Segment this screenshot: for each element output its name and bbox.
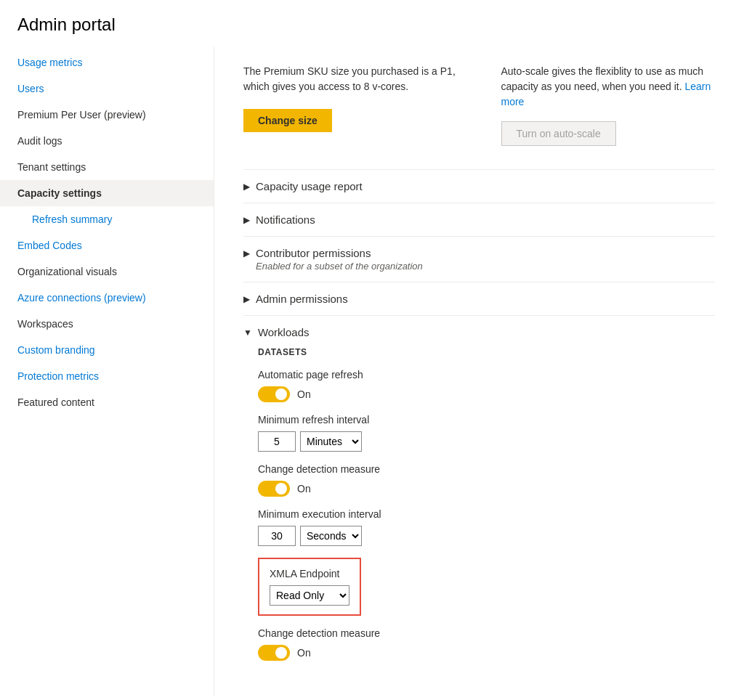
change-detection-measure-label: Change detection measure: [258, 463, 715, 475]
sidebar-item-azure-connections[interactable]: Azure connections (preview): [0, 285, 214, 311]
refresh-interval-unit-select[interactable]: Minutes Seconds Hours: [300, 431, 362, 452]
main-content: The Premium SKU size you purchased is a …: [214, 46, 744, 696]
sidebar: Usage metrics Users Premium Per User (pr…: [0, 46, 214, 696]
accordion-notifications: ▶ Notifications: [243, 203, 715, 236]
accordion-header-admin[interactable]: ▶ Admin permissions: [243, 293, 715, 305]
accordion-title-contributor: Contributor permissions: [256, 247, 423, 259]
toggle2-label: On: [297, 483, 311, 495]
accordion-header-capacity-usage-report[interactable]: ▶ Capacity usage report: [243, 180, 715, 192]
accordion-title-workloads: Workloads: [258, 326, 310, 338]
toggle2[interactable]: [258, 481, 290, 497]
auto-scale-info: Auto-scale gives the flexiblity to use a…: [501, 64, 716, 146]
accordion-title-admin: Admin permissions: [256, 293, 348, 305]
sidebar-item-organizational-visuals[interactable]: Organizational visuals: [0, 259, 214, 285]
execution-interval-input[interactable]: [258, 526, 296, 546]
toggle3-label: On: [297, 647, 311, 659]
sidebar-item-workspaces[interactable]: Workspaces: [0, 311, 214, 337]
accordion-subtitle-contributor: Enabled for a subset of the organization: [256, 261, 423, 272]
chevron-right-icon: ▶: [243, 215, 250, 225]
accordion-title-capacity-usage: Capacity usage report: [256, 180, 363, 192]
execution-interval-unit-select[interactable]: Seconds Minutes Hours: [300, 526, 362, 546]
change-size-button[interactable]: Change size: [243, 109, 332, 132]
auto-scale-text: Auto-scale gives the flexiblity to use a…: [501, 64, 716, 110]
sidebar-item-featured-content[interactable]: Featured content: [0, 389, 214, 415]
xmla-endpoint-select[interactable]: Read Only Off Read Write: [270, 585, 349, 606]
workloads-content: DATASETS Automatic page refresh On Minim…: [243, 347, 715, 661]
toggle1-label: On: [297, 388, 311, 400]
accordion-admin-permissions: ▶ Admin permissions: [243, 282, 715, 315]
accordion-workloads: ▼ Workloads DATASETS Automatic page refr…: [243, 315, 715, 674]
toggle-change-detection[interactable]: On: [258, 481, 715, 497]
change-detection-measure-2-label: Change detection measure: [258, 627, 715, 639]
toggle3[interactable]: [258, 645, 290, 661]
sidebar-item-premium-per-user[interactable]: Premium Per User (preview): [0, 102, 214, 128]
sidebar-item-tenant-settings[interactable]: Tenant settings: [0, 154, 214, 180]
toggle-change-detection-2[interactable]: On: [258, 645, 715, 661]
execution-interval-row: Seconds Minutes Hours: [258, 526, 715, 546]
xmla-endpoint-label: XMLA Endpoint: [270, 568, 349, 579]
datasets-label: DATASETS: [258, 347, 715, 357]
turn-on-auto-scale-button[interactable]: Turn on auto-scale: [501, 121, 616, 146]
refresh-interval-input[interactable]: [258, 431, 296, 452]
sidebar-item-embed-codes[interactable]: Embed Codes: [0, 232, 214, 259]
sidebar-item-custom-branding[interactable]: Custom branding: [0, 337, 214, 363]
accordion-capacity-usage-report: ▶ Capacity usage report: [243, 169, 715, 203]
refresh-interval-row: Minutes Seconds Hours: [258, 431, 715, 452]
chevron-right-icon: ▶: [243, 248, 250, 259]
minimum-execution-interval-label: Minimum execution interval: [258, 508, 715, 520]
accordion-header-contributor[interactable]: ▶ Contributor permissions Enabled for a …: [243, 247, 715, 272]
toggle1[interactable]: [258, 386, 290, 402]
minimum-refresh-interval-label: Minimum refresh interval: [258, 414, 715, 426]
accordion-title-notifications: Notifications: [256, 213, 315, 226]
accordion-contributor-permissions: ▶ Contributor permissions Enabled for a …: [243, 236, 715, 282]
sku-info: The Premium SKU size you purchased is a …: [243, 64, 458, 146]
automatic-page-refresh-label: Automatic page refresh: [258, 369, 715, 380]
change-detection-2-section: Change detection measure On: [258, 627, 715, 661]
sidebar-item-capacity-settings[interactable]: Capacity settings: [0, 180, 214, 206]
sidebar-item-protection-metrics[interactable]: Protection metrics: [0, 363, 214, 389]
page-title: Admin portal: [0, 0, 744, 46]
chevron-right-icon: ▶: [243, 294, 250, 304]
accordion-header-notifications[interactable]: ▶ Notifications: [243, 213, 715, 226]
toggle-automatic-page-refresh[interactable]: On: [258, 386, 715, 402]
sidebar-item-audit-logs[interactable]: Audit logs: [0, 128, 214, 154]
xmla-endpoint-section: XMLA Endpoint Read Only Off Read Write: [258, 558, 361, 616]
accordion-header-workloads[interactable]: ▼ Workloads: [243, 326, 715, 338]
sku-text: The Premium SKU size you purchased is a …: [243, 64, 458, 94]
chevron-right-icon: ▶: [243, 182, 250, 192]
sidebar-item-usage-metrics[interactable]: Usage metrics: [0, 49, 214, 76]
sidebar-item-refresh-summary[interactable]: Refresh summary: [0, 206, 214, 232]
chevron-down-icon: ▼: [243, 327, 252, 338]
sidebar-item-users[interactable]: Users: [0, 76, 214, 102]
